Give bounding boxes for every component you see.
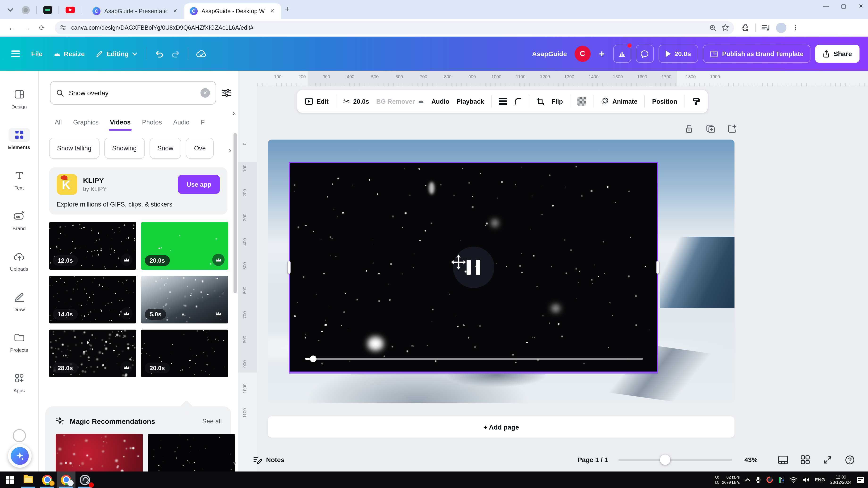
add-page-button[interactable]: + Add page [268, 416, 735, 437]
video-thumbnail[interactable]: 28.0s [49, 330, 136, 377]
window-minimize-button[interactable]: — [823, 3, 829, 9]
zoom-slider-thumb[interactable] [660, 455, 670, 465]
window-close-button[interactable]: ✕ [859, 3, 863, 9]
media-playlist-icon[interactable] [762, 24, 770, 31]
browser-tab-presentation[interactable]: C AsapGuide - Presentation ✕ [87, 3, 184, 19]
publish-brand-template-button[interactable]: Publish as Brand Template [703, 45, 811, 63]
zoom-page-icon[interactable] [709, 24, 717, 31]
result-tab[interactable]: Graphics [73, 119, 99, 131]
comments-button[interactable] [636, 45, 654, 63]
pinned-tab-extension-icon[interactable] [22, 6, 30, 14]
url-bar[interactable]: canva.com/design/DAGXFBBoiYg/0U8xD9Q6AHZ… [55, 21, 734, 34]
video-thumbnail[interactable]: 14.0s [49, 276, 136, 323]
display-settings-tray-icon[interactable] [779, 477, 785, 483]
trim-video-button[interactable]: ✂ 20.0s [343, 97, 369, 106]
zoom-slider[interactable] [618, 459, 732, 461]
start-button[interactable] [0, 471, 19, 488]
sidebar-item-brand[interactable]: co Brand [2, 203, 36, 237]
seekbar-thumb[interactable] [310, 356, 316, 362]
microphone-tray-icon[interactable] [756, 476, 761, 483]
sidebar-item-elements[interactable]: Elements [2, 122, 36, 156]
resize-handle-left[interactable] [287, 261, 290, 274]
animate-button[interactable]: Animate [600, 97, 638, 106]
panel-scroll-down-icon[interactable]: ▼ [232, 461, 237, 466]
url-text[interactable]: canva.com/design/DAGXFBBoiYg/0U8xD9Q6AHZ… [71, 24, 704, 31]
browser-tab-desktop-wallpaper[interactable]: C AsapGuide - Desktop Wallpape ✕ [184, 3, 281, 19]
extensions-icon[interactable] [742, 24, 750, 32]
filters-icon[interactable] [222, 89, 231, 97]
result-tab[interactable]: Audio [173, 119, 189, 131]
action-center-icon[interactable] [857, 477, 864, 483]
sidebar-item-uploads[interactable]: Uploads [2, 243, 36, 277]
design-page[interactable] [268, 139, 735, 403]
taskbar-obs[interactable] [75, 471, 94, 488]
video-thumbnail[interactable]: 20.0s [141, 222, 228, 270]
zoom-level[interactable]: 43% [744, 456, 757, 463]
resize-button[interactable]: Resize [48, 44, 90, 63]
crop-button[interactable] [536, 97, 545, 105]
video-seekbar[interactable] [305, 358, 643, 360]
sidebar-item-projects[interactable]: Projects [2, 324, 36, 358]
panel-scrollbar[interactable] [234, 133, 237, 293]
redo-button[interactable] [167, 44, 184, 63]
sidebar-item-draw[interactable]: Draw [2, 284, 36, 318]
invite-member-button[interactable]: + [595, 45, 608, 63]
result-tab[interactable]: Videos [110, 119, 131, 131]
taskbar-file-explorer[interactable] [19, 471, 38, 488]
notes-button[interactable]: Notes [253, 456, 284, 464]
new-tab-button[interactable]: + [285, 5, 290, 14]
pinned-tab-youtube-icon[interactable] [66, 7, 75, 13]
tab-close-icon[interactable]: ✕ [269, 7, 276, 15]
grid-view-button[interactable] [797, 452, 813, 468]
site-settings-icon[interactable] [59, 24, 66, 31]
position-button[interactable]: Position [652, 98, 677, 105]
bg-remover-button[interactable]: BG Remover [376, 98, 424, 105]
use-app-button[interactable]: Use app [178, 175, 220, 194]
forward-button[interactable]: → [21, 22, 33, 34]
pinned-tab-app-icon[interactable] [43, 6, 52, 14]
suggestion-chip[interactable]: Snow [149, 138, 181, 159]
undo-button[interactable] [151, 44, 167, 63]
language-indicator[interactable]: ENG [815, 477, 825, 482]
reload-button[interactable]: ⟳ [36, 22, 48, 34]
transparency-button[interactable] [578, 97, 586, 106]
flip-button[interactable]: Flip [552, 98, 563, 105]
selected-video-element[interactable] [289, 162, 658, 372]
sidebar-item-apps[interactable]: Apps [2, 365, 36, 399]
bookmark-star-icon[interactable] [721, 24, 729, 32]
tabs-scroll-right-icon[interactable]: › [218, 105, 238, 121]
present-play-button[interactable]: 20.0s [658, 45, 698, 63]
audio-button[interactable]: Audio [431, 98, 450, 105]
copy-style-button[interactable] [692, 97, 700, 105]
volume-tray-icon[interactable] [803, 477, 810, 483]
wifi-tray-icon[interactable] [790, 477, 798, 483]
sidebar-item-text[interactable]: Text [2, 162, 36, 196]
search-input[interactable] [69, 89, 196, 97]
video-thumbnail[interactable]: 12.0s [49, 222, 136, 270]
tab-search-chevron-icon[interactable] [4, 3, 17, 17]
canva-assistant-button[interactable] [8, 444, 32, 468]
search-box[interactable]: ✕ [50, 81, 216, 105]
tray-expand-chevron-icon[interactable] [745, 478, 751, 482]
insights-button[interactable] [613, 45, 631, 63]
opera-tray-icon[interactable] [766, 476, 773, 483]
video-thumbnail[interactable]: 20.0s [141, 330, 228, 377]
suggestion-chip[interactable]: Snow falling [49, 138, 99, 159]
add-page-button-icon[interactable] [726, 123, 738, 135]
taskbar-clock[interactable]: 12:09 23/12/2024 [830, 475, 851, 485]
window-maximize-button[interactable]: ▢ [841, 3, 846, 9]
duplicate-page-button[interactable] [704, 123, 717, 135]
fullscreen-button[interactable] [819, 452, 835, 468]
save-status-button[interactable] [192, 44, 211, 63]
clear-search-icon[interactable]: ✕ [200, 88, 210, 98]
browser-profile-avatar[interactable] [776, 22, 786, 33]
result-tab[interactable]: F [201, 119, 205, 131]
chips-scroll-right-icon[interactable]: › [215, 139, 231, 161]
playback-button[interactable]: Playback [456, 98, 484, 105]
corner-rounding-button[interactable] [514, 98, 522, 105]
help-button[interactable] [842, 452, 858, 468]
editing-mode-dropdown[interactable]: Editing [90, 44, 143, 63]
back-button[interactable]: ← [6, 22, 18, 34]
suggestion-chip[interactable]: Snowing [104, 138, 145, 159]
tab-close-icon[interactable]: ✕ [171, 7, 179, 15]
